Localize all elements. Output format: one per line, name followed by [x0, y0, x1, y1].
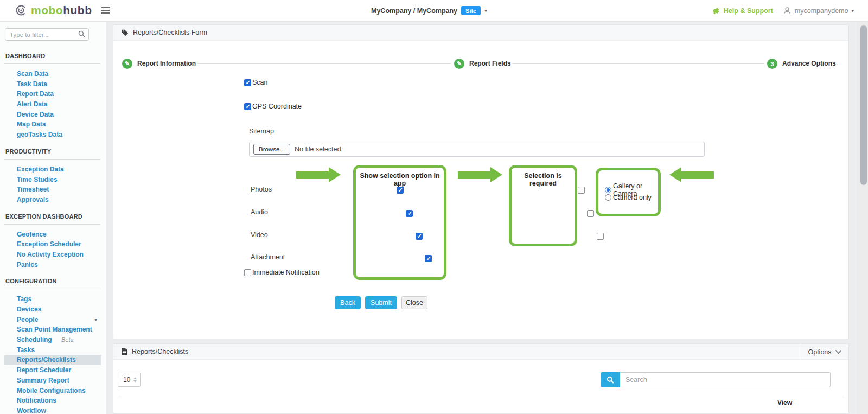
sidebar-item-time-studies[interactable]: Time Studies — [4, 175, 101, 185]
photos-required-checkbox[interactable] — [578, 187, 585, 194]
page-scrollbar[interactable] — [859, 22, 868, 414]
sidebar-section-title: DASHBOARD — [5, 53, 106, 59]
photos-label: Photos — [251, 186, 272, 193]
attachment-show-checkbox[interactable] — [425, 255, 432, 262]
sidebar-item-task-data[interactable]: Task Data — [4, 79, 101, 90]
scrollbar-thumb[interactable] — [860, 25, 867, 185]
audio-required-checkbox[interactable] — [587, 210, 594, 217]
sidebar-section-title: EXCEPTION DASHBOARD — [5, 213, 106, 220]
search-icon — [78, 30, 85, 37]
chevron-down-icon: ▾ — [851, 8, 854, 14]
sidebar-item-scan-point-management[interactable]: Scan Point Management — [4, 324, 101, 335]
site-badge: Site — [461, 6, 481, 15]
camera-only-radio-row: Camera only — [605, 194, 652, 201]
sidebar-item-exception-data[interactable]: Exception Data — [4, 164, 101, 175]
scan-checkbox-row: Scan — [244, 79, 268, 86]
gps-coordinate-label: GPS Coordinate — [252, 103, 302, 110]
form-panel-header: Reports/Checklists Form — [113, 25, 848, 41]
immediate-notification-row: Immediate Notification — [244, 269, 320, 276]
divider — [4, 289, 100, 289]
sitemap-label: Sitemap — [249, 128, 274, 135]
sidebar-item-no-activity-exception[interactable]: No Activity Exception — [4, 250, 101, 260]
sidebar-item-people[interactable]: People ▾ — [4, 315, 101, 325]
user-icon — [783, 7, 792, 15]
scan-checkbox[interactable] — [244, 79, 251, 86]
divider — [4, 63, 100, 64]
sidebar-item-geotasks-data[interactable]: geoTasks Data — [4, 130, 101, 140]
sidebar-item-workflow[interactable]: Workflow — [4, 406, 101, 414]
wizard-step-label: Report Information — [136, 59, 197, 69]
sidebar-filter-input[interactable] — [5, 28, 89, 41]
company-context[interactable]: MyCompany / MyCompany Site ▾ — [371, 6, 487, 15]
search-icon — [607, 376, 614, 384]
sidebar-item-device-data[interactable]: Device Data — [4, 110, 101, 120]
user-menu[interactable]: mycompanydemo ▾ — [783, 7, 854, 15]
sitemap-file-input[interactable]: Browse... No file selected. — [249, 142, 705, 157]
step-complete-pencil-icon: ✎ — [122, 59, 132, 69]
gps-checkbox-row: GPS Coordinate — [244, 103, 302, 110]
video-show-checkbox[interactable] — [416, 233, 423, 240]
wizard-connector — [195, 63, 451, 64]
sidebar-item-map-data[interactable]: Map Data — [4, 119, 101, 130]
sidebar-item-tasks[interactable]: Tasks — [4, 345, 101, 355]
audio-label: Audio — [251, 208, 268, 216]
search-button[interactable] — [601, 372, 620, 387]
list-panel-title: Reports/Checklists — [132, 348, 188, 355]
gps-coordinate-checkbox[interactable] — [244, 103, 251, 110]
sidebar-item-timesheet[interactable]: Timesheet — [4, 184, 101, 195]
sidebar-item-scheduling[interactable]: Scheduling Beta — [4, 335, 101, 345]
back-button[interactable]: Back — [335, 296, 361, 309]
sidebar-item-geofence[interactable]: Geofence — [4, 230, 101, 240]
browse-button[interactable]: Browse... — [253, 144, 290, 155]
sidebar-item-scan-data[interactable]: Scan Data — [4, 69, 101, 79]
sidebar-section-title: PRODUCTIVITY — [5, 148, 106, 155]
immediate-notification-checkbox[interactable] — [244, 269, 251, 276]
sidebar-item-label: People — [17, 316, 38, 323]
wizard-step-report-information[interactable]: ✎ Report Information — [122, 59, 197, 69]
options-label: Options — [808, 348, 831, 356]
sidebar-item-notifications[interactable]: Notifications — [4, 396, 101, 406]
sidebar-item-tags[interactable]: Tags — [4, 294, 101, 304]
sidebar-item-approvals[interactable]: Approvals — [4, 195, 101, 205]
sidebar-item-mobile-configurations[interactable]: Mobile Configurations — [4, 386, 101, 396]
wizard-step-report-fields[interactable]: ✎ Report Fields — [454, 59, 513, 69]
close-button[interactable]: Close — [401, 296, 427, 309]
sidebar-item-report-scheduler[interactable]: Report Scheduler — [4, 365, 101, 375]
photos-show-checkbox[interactable] — [397, 187, 404, 194]
wizard-step-advance-options[interactable]: 3 Advance Options — [767, 59, 838, 69]
sidebar-section-title: CONFIGURATION — [5, 278, 106, 284]
green-arrow-right-icon — [458, 167, 502, 182]
sidebar-item-summary-report[interactable]: Summary Report — [4, 375, 101, 386]
show-selection-header: Show selection option in app — [356, 172, 444, 187]
sidebar-item-panics[interactable]: Panics — [4, 260, 101, 270]
logo-mobo: mobo — [31, 4, 63, 16]
audio-show-checkbox[interactable] — [406, 210, 413, 217]
divider — [4, 159, 100, 160]
help-support-link[interactable]: Help & Support — [712, 7, 773, 15]
hamburger-menu-icon[interactable] — [101, 7, 110, 15]
gallery-or-camera-radio[interactable] — [605, 187, 611, 193]
submit-button[interactable]: Submit — [365, 296, 397, 309]
reports-checklists-list-panel: Reports/Checklists Options 10 View — [113, 343, 849, 414]
header-right-group: Help & Support mycompanydemo ▾ — [712, 0, 854, 22]
top-header: mobohubb MyCompany / MyCompany Site ▾ He… — [0, 0, 868, 22]
sidebar-item-reports-checklists[interactable]: Reports/Checklists — [4, 355, 101, 365]
logo-text: mobohubb — [31, 4, 92, 17]
logo-rings-icon — [15, 4, 27, 16]
camera-only-label: Camera only — [613, 194, 652, 201]
attachment-label: Attachment — [251, 253, 285, 261]
camera-only-radio[interactable] — [605, 194, 611, 201]
sidebar-item-alert-data[interactable]: Alert Data — [4, 99, 101, 110]
sidebar-filter — [5, 28, 89, 41]
immediate-notification-label: Immediate Notification — [252, 269, 320, 276]
sidebar-item-devices[interactable]: Devices — [4, 304, 101, 315]
video-required-checkbox[interactable] — [597, 233, 604, 240]
options-dropdown[interactable]: Options — [801, 344, 848, 360]
show-selection-highlight-box: Show selection option in app — [353, 165, 446, 280]
sidebar-item-report-data[interactable]: Report Data — [4, 89, 101, 99]
page-size-select[interactable]: 10 — [118, 373, 141, 387]
app-logo[interactable]: mobohubb — [15, 4, 92, 17]
sidebar-item-exception-scheduler[interactable]: Exception Scheduler — [4, 239, 101, 250]
search-input[interactable] — [620, 372, 831, 387]
file-status-text: No file selected. — [295, 145, 343, 153]
